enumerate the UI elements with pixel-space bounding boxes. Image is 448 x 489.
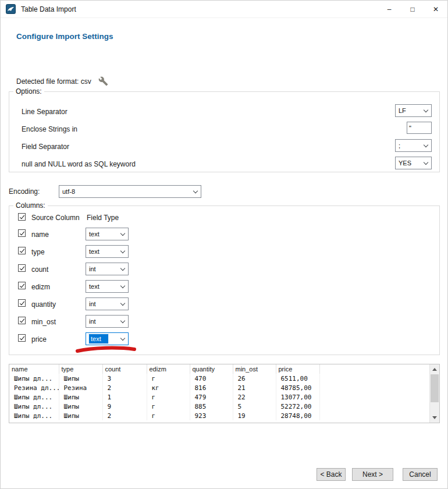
cell: Шипы дл... <box>9 411 59 420</box>
column-type-select-min-ost[interactable]: int <box>86 315 129 328</box>
cell: Шипы дл... <box>9 374 59 383</box>
column-checkbox-price[interactable] <box>18 334 26 342</box>
cell: Шипы <box>59 374 102 383</box>
cell: Шипы дл... <box>9 402 59 411</box>
column-type-value: text <box>89 231 99 238</box>
column-row-min-ost: min_ost int <box>9 314 439 329</box>
cell: Шипы <box>59 411 102 420</box>
column-type-value: int <box>89 300 96 307</box>
column-row-name: name text <box>9 227 439 242</box>
column-row-type: type text <box>9 245 439 260</box>
vertical-scrollbar[interactable] <box>429 364 439 423</box>
table-row[interactable]: Шипы дл... Шипы 1 г 479 22 13077,00 <box>9 392 429 402</box>
cell: 22 <box>233 392 276 402</box>
cell: 2 <box>102 383 147 392</box>
null-keyword-label: null and NULL word as SQL keyword <box>22 160 136 168</box>
null-keyword-select[interactable]: YES <box>395 157 432 169</box>
column-checkbox-quantity[interactable] <box>18 299 26 307</box>
preview-grid: name type count edizm quantity min_ost p… <box>9 364 430 420</box>
triangle-up-icon <box>432 368 437 371</box>
preview-table: name type count edizm quantity min_ost p… <box>9 364 440 423</box>
column-type-value: text <box>89 248 99 255</box>
preview-header[interactable]: edizm <box>147 364 190 374</box>
column-checkbox-type[interactable] <box>18 247 26 254</box>
cell: 52272,00 <box>276 402 319 411</box>
line-separator-select[interactable]: LF <box>395 104 432 117</box>
column-checkbox-edizm[interactable] <box>18 282 26 289</box>
chevron-down-icon <box>424 142 428 147</box>
preview-header[interactable]: quantity <box>190 364 233 374</box>
cell: 1 <box>102 392 147 402</box>
preview-header[interactable]: type <box>59 364 102 374</box>
line-separator-value: LF <box>399 107 406 114</box>
maximize-button[interactable]: □ <box>401 1 424 18</box>
cell: 28748,00 <box>276 411 319 420</box>
column-type-select-count[interactable]: int <box>86 263 129 275</box>
check-icon <box>19 317 24 323</box>
page-title: Configure Import Settings <box>16 32 113 41</box>
chevron-down-icon <box>120 335 125 340</box>
column-type-select-quantity[interactable]: int <box>86 297 129 310</box>
column-name-label: price <box>31 335 47 343</box>
preview-header[interactable]: count <box>102 364 147 374</box>
table-row[interactable]: Шипы дл... Шипы 3 г 470 26 6511,00 <box>9 374 429 383</box>
scrollbar-down-button[interactable] <box>430 413 439 423</box>
column-row-quantity: quantity int <box>9 297 439 312</box>
column-checkbox-name[interactable] <box>18 229 26 237</box>
column-checkbox-count[interactable] <box>18 264 26 272</box>
check-icon <box>19 300 24 305</box>
field-separator-select[interactable]: ; <box>395 139 432 152</box>
scrollbar-up-button[interactable] <box>430 364 439 374</box>
next-button[interactable]: Next > <box>352 468 393 481</box>
chevron-down-icon <box>424 160 428 164</box>
column-type-select-price[interactable]: text <box>86 332 129 345</box>
cell-filler <box>319 374 429 383</box>
cell: 48785,00 <box>276 383 319 392</box>
detected-format-label: Detected file format: csv <box>16 77 91 86</box>
table-row[interactable]: Шипы дл... Шипы 9 г 885 5 52272,00 <box>9 402 429 411</box>
column-name-label: type <box>31 248 45 256</box>
select-all-columns-checkbox[interactable] <box>18 213 26 221</box>
column-type-select-type[interactable]: text <box>86 245 129 258</box>
triangle-down-icon <box>432 416 437 419</box>
close-button[interactable]: ✕ <box>424 1 447 18</box>
column-checkbox-min-ost[interactable] <box>18 317 26 324</box>
preview-header[interactable]: name <box>9 364 59 374</box>
cell: Шипы дл... <box>9 392 59 402</box>
column-type-select-name[interactable]: text <box>86 228 129 240</box>
cancel-button[interactable]: Cancel <box>403 468 438 481</box>
cell: 9 <box>102 402 147 411</box>
column-type-select-edizm[interactable]: text <box>86 280 129 293</box>
check-icon <box>19 214 24 219</box>
cell-filler <box>319 383 429 392</box>
cell: 21 <box>233 383 276 392</box>
chevron-down-icon <box>120 265 125 270</box>
cell: 885 <box>190 402 233 411</box>
column-type-value: text <box>89 283 99 290</box>
minimize-button[interactable]: – <box>378 1 401 18</box>
preview-header[interactable]: min_ost <box>233 364 276 374</box>
back-button[interactable]: < Back <box>317 468 346 481</box>
cell: г <box>147 374 190 383</box>
check-icon <box>19 247 24 253</box>
scrollbar-thumb[interactable] <box>431 374 439 402</box>
chevron-down-icon <box>120 300 125 305</box>
source-column-header: Source Column <box>31 214 80 222</box>
cell: г <box>147 402 190 411</box>
preview-header[interactable]: price <box>276 364 319 374</box>
column-name-label: name <box>31 231 49 239</box>
columns-group: Columns: Source Column Field Type name t… <box>9 205 440 355</box>
encoding-value: utf-8 <box>62 188 75 195</box>
encoding-select[interactable]: utf-8 <box>59 185 201 198</box>
check-icon <box>19 282 24 288</box>
table-row[interactable]: Шипы дл... Шипы 2 г 923 19 28748,00 <box>9 411 429 420</box>
enclose-strings-input[interactable] <box>407 122 432 134</box>
column-name-label: edizm <box>31 283 50 291</box>
field-type-header: Field Type <box>87 214 119 222</box>
cell: 479 <box>190 392 233 402</box>
table-row[interactable]: Резина дл... Резина 2 кг 816 21 48785,00 <box>9 383 429 392</box>
chevron-down-icon <box>193 188 198 193</box>
field-separator-label: Field Separator <box>22 143 69 151</box>
wrench-icon[interactable] <box>98 76 108 86</box>
detected-format-row: Detected file format: csv <box>16 76 108 86</box>
